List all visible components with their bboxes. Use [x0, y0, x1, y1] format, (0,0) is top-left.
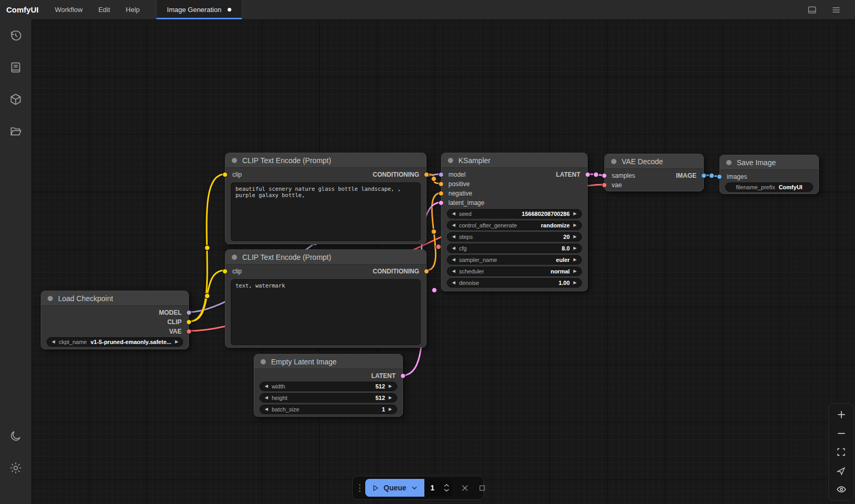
increment-arrow-icon[interactable]: ▶ [389, 396, 392, 400]
widget-scheduler[interactable]: ◀ scheduler normal ▶ [447, 267, 582, 276]
theme-toggle-moon-icon[interactable] [4, 425, 27, 448]
output-port-clip[interactable] [186, 319, 192, 325]
increment-arrow-icon[interactable]: ▶ [573, 269, 577, 273]
increment-arrow-icon[interactable]: ▶ [389, 407, 392, 411]
node-header[interactable]: Save Image [720, 155, 818, 170]
collapse-dot[interactable] [232, 255, 237, 260]
node-header[interactable]: KSampler [442, 153, 587, 168]
model-library-icon[interactable] [4, 88, 27, 111]
decrement-arrow-icon[interactable]: ◀ [452, 235, 455, 239]
clear-queue-icon[interactable] [460, 484, 469, 492]
increment-arrow-icon[interactable]: ▶ [573, 281, 577, 285]
node-library-icon[interactable] [4, 56, 27, 79]
settings-gear-icon[interactable] [4, 456, 27, 479]
input-port-model[interactable] [438, 172, 444, 177]
fit-view-icon[interactable] [832, 444, 851, 460]
decrement-arrow-icon[interactable]: ◀ [452, 223, 455, 227]
workflows-folder-icon[interactable] [4, 120, 27, 143]
decrement-arrow-icon[interactable]: ◀ [52, 340, 55, 344]
queue-button[interactable]: Queue [365, 479, 424, 497]
output-port-image[interactable] [701, 173, 706, 178]
menu-edit[interactable]: Edit [91, 0, 118, 19]
spinner-up-icon[interactable] [444, 484, 449, 487]
widget-seed[interactable]: ◀ seed 156680208700286 ▶ [447, 209, 582, 219]
node-header[interactable]: CLIP Text Encode (Prompt) [226, 153, 426, 168]
input-port-negative[interactable] [438, 191, 444, 196]
node-vae-decode[interactable]: VAE Decode samples IMAGE vae [604, 154, 704, 191]
increment-arrow-icon[interactable]: ▶ [573, 246, 577, 250]
zoom-out-icon[interactable] [832, 426, 851, 441]
node-save-image[interactable]: Save Image images filename_prefix ComfyU… [719, 155, 819, 194]
widget-steps[interactable]: ◀ steps 20 ▶ [447, 232, 582, 242]
collapse-dot[interactable] [611, 159, 616, 164]
node-header[interactable]: Load Checkpoint [41, 291, 188, 306]
input-port-images[interactable] [717, 174, 722, 179]
input-port-positive[interactable] [438, 181, 444, 187]
increment-arrow-icon[interactable]: ▶ [389, 384, 392, 388]
collapse-dot[interactable] [261, 359, 266, 364]
zoom-in-icon[interactable] [832, 407, 851, 422]
menu-help[interactable]: Help [118, 0, 148, 19]
output-port-conditioning[interactable] [424, 172, 429, 177]
decrement-arrow-icon[interactable]: ◀ [452, 246, 455, 250]
batch-count-input[interactable]: 1 [424, 479, 453, 497]
decrement-arrow-icon[interactable]: ◀ [452, 258, 455, 262]
hamburger-menu-icon[interactable] [831, 5, 841, 15]
increment-arrow-icon[interactable]: ▶ [573, 212, 577, 216]
queue-actionbar[interactable]: Queue 1 [352, 476, 484, 500]
widget-control-after-generate[interactable]: ◀ control_after_generate randomize ▶ [447, 221, 582, 230]
widget-batch-size[interactable]: ◀ batch_size 1 ▶ [260, 405, 397, 414]
node-load-checkpoint[interactable]: Load Checkpoint MODEL CLIP VAE ◀ ckpt_na… [41, 291, 189, 349]
decrement-arrow-icon[interactable]: ◀ [452, 212, 455, 216]
decrement-arrow-icon[interactable]: ◀ [452, 281, 455, 285]
toggle-bottom-panel-icon[interactable] [807, 5, 817, 15]
decrement-arrow-icon[interactable]: ◀ [452, 269, 455, 273]
prompt-textarea[interactable]: beautiful scenery nature glass bottle la… [231, 182, 421, 241]
node-clip-text-encode-negative[interactable]: CLIP Text Encode (Prompt) clip CONDITION… [225, 249, 426, 348]
node-clip-text-encode-positive[interactable]: CLIP Text Encode (Prompt) clip CONDITION… [225, 153, 426, 244]
widget-ckpt-name[interactable]: ◀ ckpt_name v1-5-pruned-emaonly.safete..… [47, 337, 183, 347]
queue-history-icon[interactable] [4, 24, 27, 47]
stop-icon[interactable] [478, 484, 486, 492]
menu-workflow[interactable]: Workflow [47, 0, 91, 19]
increment-arrow-icon[interactable]: ▶ [573, 235, 577, 239]
input-port-vae[interactable] [602, 182, 607, 188]
toggle-link-visibility-eye-icon[interactable] [832, 482, 851, 497]
increment-arrow-icon[interactable]: ▶ [175, 340, 178, 344]
widget-height[interactable]: ◀ height 512 ▶ [260, 393, 397, 403]
widget-cfg[interactable]: ◀ cfg 8.0 ▶ [447, 244, 582, 253]
drag-handle-icon[interactable] [359, 484, 361, 492]
prompt-textarea[interactable]: text, watermark [231, 279, 421, 345]
collapse-dot[interactable] [726, 160, 732, 165]
output-port-latent[interactable] [400, 373, 406, 379]
workflow-tab[interactable]: Image Generation [156, 0, 242, 19]
widget-denoise[interactable]: ◀ denoise 1.00 ▶ [447, 278, 582, 288]
node-empty-latent-image[interactable]: Empty Latent Image LATENT ◀ width 512 ▶ … [254, 354, 403, 417]
decrement-arrow-icon[interactable]: ◀ [265, 396, 268, 400]
widget-sampler-name[interactable]: ◀ sampler_name euler ▶ [447, 255, 582, 265]
increment-arrow-icon[interactable]: ▶ [573, 223, 577, 227]
increment-arrow-icon[interactable]: ▶ [573, 258, 577, 262]
widget-width[interactable]: ◀ width 512 ▶ [260, 382, 397, 391]
decrement-arrow-icon[interactable]: ◀ [265, 384, 268, 388]
node-header[interactable]: Empty Latent Image [254, 354, 402, 369]
node-header[interactable]: VAE Decode [605, 154, 703, 169]
node-ksampler[interactable]: KSampler model LATENT positive negative … [441, 153, 588, 291]
node-header[interactable]: CLIP Text Encode (Prompt) [226, 250, 426, 265]
output-port-model[interactable] [186, 310, 192, 315]
chevron-down-icon[interactable] [411, 484, 418, 491]
collapse-dot[interactable] [48, 296, 53, 301]
output-port-conditioning[interactable] [424, 269, 429, 274]
input-port-clip[interactable] [222, 269, 228, 274]
input-port-latent-image[interactable] [438, 200, 444, 205]
collapse-dot[interactable] [448, 158, 453, 163]
output-port-vae[interactable] [186, 329, 192, 334]
input-port-clip[interactable] [222, 172, 228, 177]
spinner-down-icon[interactable] [444, 488, 449, 492]
widget-filename-prefix[interactable]: filename_prefix ComfyUI [725, 182, 813, 192]
collapse-dot[interactable] [232, 158, 237, 163]
select-mode-icon[interactable] [832, 463, 851, 478]
decrement-arrow-icon[interactable]: ◀ [265, 407, 268, 411]
output-port-latent[interactable] [585, 172, 590, 177]
input-port-samples[interactable] [602, 173, 607, 178]
